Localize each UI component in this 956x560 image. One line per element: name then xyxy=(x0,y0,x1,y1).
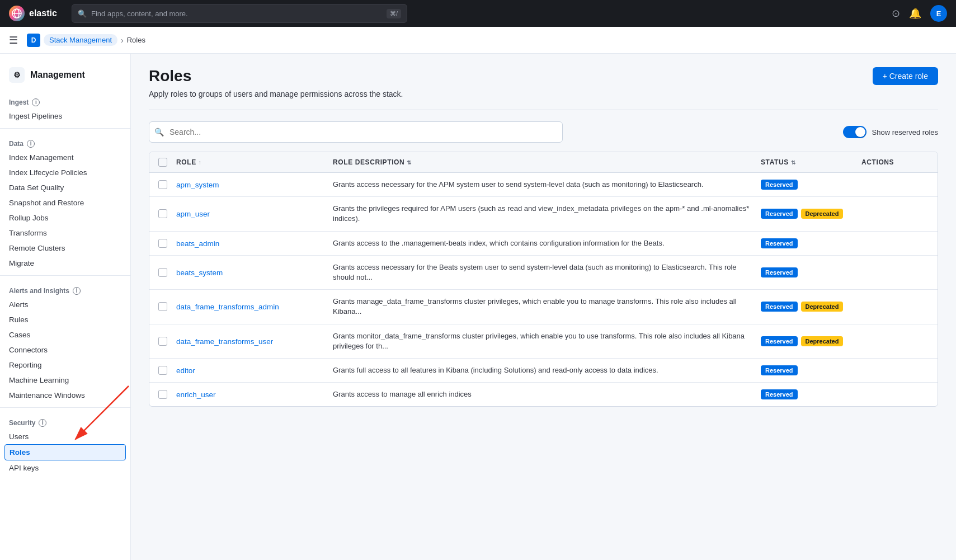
role-description-cell: Grants full access to all features in Ki… xyxy=(333,365,761,375)
sidebar-header: ⚙ Management xyxy=(0,63,130,92)
status-badges-cell: Reserved xyxy=(761,180,861,190)
toggle-knob xyxy=(855,127,865,137)
sort-status-icon[interactable]: ⇅ xyxy=(791,159,796,166)
main-content: Roles + Create role Apply roles to group… xyxy=(131,54,956,560)
table-row: enrich_user Grants access to manage all … xyxy=(149,383,938,406)
sidebar-item-migrate[interactable]: Migrate xyxy=(0,256,130,271)
sidebar-item-api-keys[interactable]: API keys xyxy=(0,460,130,476)
table-controls: 🔍 Show reserved roles xyxy=(149,121,938,143)
hamburger-icon[interactable]: ☰ xyxy=(9,34,18,46)
search-shortcut-badge: ⌘/ xyxy=(387,9,401,18)
status-badges-cell: Reserved xyxy=(761,365,861,375)
col-status-label: Status xyxy=(761,158,789,166)
sidebar-item-ingest-pipelines[interactable]: Ingest Pipelines xyxy=(0,109,130,124)
data-label: Data xyxy=(9,140,23,148)
notifications-icon[interactable]: 🔔 xyxy=(909,7,921,20)
security-label: Security xyxy=(9,419,35,427)
sidebar-item-reporting[interactable]: Reporting xyxy=(0,357,130,373)
sidebar-section-data: Data i xyxy=(0,133,130,150)
col-desc-label: Role Description xyxy=(333,158,404,166)
top-search-bar[interactable]: 🔍 Find apps, content, and more. ⌘/ xyxy=(72,4,407,23)
header-checkbox-col xyxy=(158,158,176,167)
status-badges-cell: ReservedDeprecated xyxy=(761,302,861,312)
role-description-cell: Grants the privileges required for APM u… xyxy=(333,204,761,224)
divider-3 xyxy=(0,407,130,408)
sidebar-item-index-management[interactable]: Index Management xyxy=(0,150,130,165)
badge-reserved: Reserved xyxy=(761,336,798,346)
sidebar-item-maintenance-windows[interactable]: Maintenance Windows xyxy=(0,388,130,403)
row-checkbox[interactable] xyxy=(158,337,167,346)
table-row: data_frame_transforms_user Grants monito… xyxy=(149,324,938,359)
role-link[interactable]: editor xyxy=(176,366,195,375)
roles-table: Role ↑ Role Description ⇅ Status ⇅ Actio… xyxy=(149,152,938,407)
sidebar-section-alerts: Alerts and Insights i xyxy=(0,280,130,297)
help-icon[interactable]: ⊙ xyxy=(892,7,900,20)
role-name-cell: data_frame_transforms_user xyxy=(176,337,333,346)
toggle-wrap: Show reserved roles xyxy=(843,126,939,138)
reserved-roles-toggle[interactable] xyxy=(843,126,866,138)
row-checkbox-wrap xyxy=(158,268,176,277)
badge-reserved: Reserved xyxy=(761,238,798,248)
row-checkbox[interactable] xyxy=(158,302,167,311)
status-badges-cell: Reserved xyxy=(761,238,861,248)
role-link[interactable]: data_frame_transforms_admin xyxy=(176,303,279,311)
sidebar-item-transforms[interactable]: Transforms xyxy=(0,225,130,241)
role-link[interactable]: beats_system xyxy=(176,269,223,277)
sidebar-item-rollup-jobs[interactable]: Rollup Jobs xyxy=(0,210,130,225)
row-checkbox[interactable] xyxy=(158,239,167,248)
sidebar-item-rules[interactable]: Rules xyxy=(0,312,130,327)
row-checkbox[interactable] xyxy=(158,390,167,399)
page-description: Apply roles to groups of users and manag… xyxy=(149,90,938,98)
status-badges-cell: ReservedDeprecated xyxy=(761,336,861,346)
badge-reserved: Reserved xyxy=(761,389,798,399)
sidebar-item-machine-learning[interactable]: Machine Learning xyxy=(0,373,130,388)
role-link[interactable]: apm_user xyxy=(176,210,210,218)
sidebar-item-cases[interactable]: Cases xyxy=(0,327,130,342)
role-link[interactable]: enrich_user xyxy=(176,390,216,399)
search-icon: 🔍 xyxy=(154,128,164,137)
sidebar-item-connectors[interactable]: Connectors xyxy=(0,342,130,357)
top-nav: elastic 🔍 Find apps, content, and more. … xyxy=(0,0,956,27)
col-role-label: Role xyxy=(176,158,196,166)
workspace-icon: D xyxy=(27,34,40,47)
search-input[interactable] xyxy=(149,121,563,143)
select-all-checkbox[interactable] xyxy=(158,158,167,167)
table-row: apm_user Grants the privileges required … xyxy=(149,197,938,231)
role-name-cell: data_frame_transforms_admin xyxy=(176,302,333,311)
search-wrap: 🔍 xyxy=(149,121,563,143)
data-info-icon: i xyxy=(27,140,35,148)
role-link[interactable]: beats_admin xyxy=(176,239,219,248)
sidebar-item-remote-clusters[interactable]: Remote Clusters xyxy=(0,241,130,256)
sidebar-item-snapshot-restore[interactable]: Snapshot and Restore xyxy=(0,195,130,210)
table-header: Role ↑ Role Description ⇅ Status ⇅ Actio… xyxy=(149,152,938,173)
badge-deprecated: Deprecated xyxy=(801,209,844,219)
table-row: editor Grants full access to all feature… xyxy=(149,359,938,383)
sidebar-item-index-lifecycle[interactable]: Index Lifecycle Policies xyxy=(0,165,130,180)
role-link[interactable]: data_frame_transforms_user xyxy=(176,337,273,346)
badge-deprecated: Deprecated xyxy=(801,302,844,312)
sidebar-item-users[interactable]: Users xyxy=(0,429,130,444)
create-role-button[interactable]: + Create role xyxy=(873,67,938,85)
toggle-label: Show reserved roles xyxy=(872,128,939,137)
ingest-info-icon: i xyxy=(32,98,40,106)
sidebar-item-roles[interactable]: Roles xyxy=(4,444,126,460)
header-role-description: Role Description ⇅ xyxy=(333,158,761,167)
row-checkbox[interactable] xyxy=(158,209,167,218)
sidebar-item-alerts[interactable]: Alerts xyxy=(0,297,130,312)
logo-text: elastic xyxy=(29,8,57,18)
role-link[interactable]: apm_system xyxy=(176,181,219,189)
breadcrumb-stack-management[interactable]: Stack Management xyxy=(44,34,117,46)
content-divider xyxy=(149,110,938,110)
row-checkbox-wrap xyxy=(158,239,176,248)
row-checkbox[interactable] xyxy=(158,180,167,189)
sort-role-icon[interactable]: ↑ xyxy=(199,159,202,166)
sidebar: ⚙ Management Ingest i Ingest Pipelines D… xyxy=(0,54,131,560)
user-avatar[interactable]: E xyxy=(930,5,947,22)
divider-1 xyxy=(0,128,130,129)
sort-desc-icon[interactable]: ⇅ xyxy=(407,159,412,166)
sidebar-item-data-set-quality[interactable]: Data Set Quality xyxy=(0,180,130,195)
row-checkbox[interactable] xyxy=(158,268,167,277)
role-name-cell: editor xyxy=(176,366,333,375)
row-checkbox[interactable] xyxy=(158,366,167,375)
breadcrumb-current: Roles xyxy=(127,36,145,44)
